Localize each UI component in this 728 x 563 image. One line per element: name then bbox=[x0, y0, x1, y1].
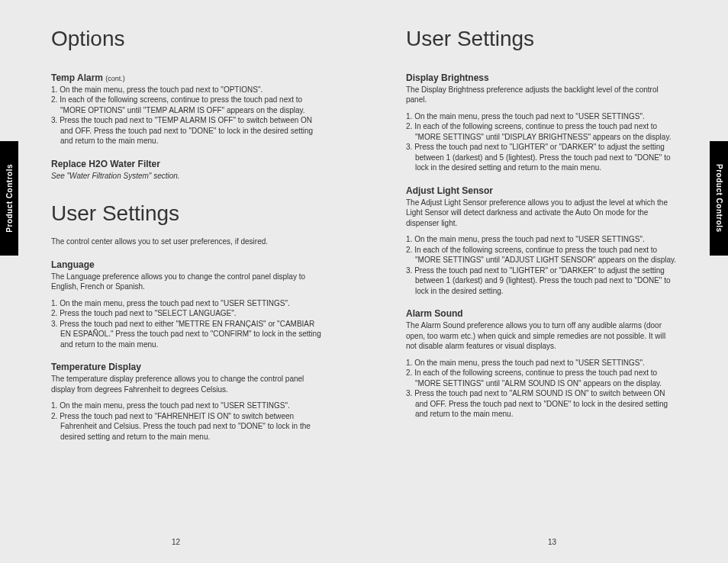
display-brightness-heading: Display Brightness bbox=[406, 72, 677, 83]
alarm-sound-steps: On the main menu, press the touch pad ne… bbox=[406, 358, 677, 420]
temp-display-heading: Temperature Display bbox=[51, 362, 322, 372]
temp-alarm-heading: Temp Alarm (cont.) bbox=[51, 72, 322, 83]
step: Press the touch pad next to either "METT… bbox=[51, 319, 322, 350]
step: On the main menu, press the touch pad ne… bbox=[51, 401, 322, 411]
step: On the main menu, press the touch pad ne… bbox=[406, 358, 677, 368]
step: On the main menu, press the touch pad ne… bbox=[51, 85, 322, 95]
replace-filter-note: See "Water Filtration System" section. bbox=[51, 171, 322, 182]
page-title: Options bbox=[51, 27, 322, 51]
page-number-right: 13 bbox=[548, 538, 556, 546]
adjust-light-sensor-heading: Adjust Light Sensor bbox=[406, 185, 677, 196]
language-heading: Language bbox=[51, 259, 322, 270]
temp-display-steps: On the main menu, press the touch pad ne… bbox=[51, 401, 322, 442]
step: Press the touch pad next to "TEMP ALARM … bbox=[51, 115, 322, 146]
step: On the main menu, press the touch pad ne… bbox=[406, 234, 677, 245]
step: Press the touch pad next to "LIGHTER" or… bbox=[406, 265, 677, 297]
page-spread: Product Controls Product Controls Option… bbox=[0, 0, 728, 563]
step: In each of the following screens, contin… bbox=[406, 121, 677, 142]
user-settings-title: User Settings bbox=[51, 202, 322, 226]
display-brightness-body: The Display Brightness preference adjust… bbox=[406, 85, 677, 105]
content-columns: Options Temp Alarm (cont.) On the main m… bbox=[0, 0, 728, 563]
display-brightness-steps: On the main menu, press the touch pad ne… bbox=[406, 111, 677, 173]
replace-filter-heading: Replace H2O Water Filter bbox=[51, 159, 322, 169]
step: In each of the following screens, contin… bbox=[406, 245, 677, 265]
step: Press the touch pad next to "FAHRENHEIT … bbox=[51, 411, 322, 442]
right-page: User Settings Display Brightness The Dis… bbox=[364, 0, 728, 563]
alarm-sound-body: The Alarm Sound preference allows you to… bbox=[406, 320, 677, 352]
language-body: The Language preference allows you to ch… bbox=[51, 272, 322, 292]
alarm-sound-heading: Alarm Sound bbox=[406, 308, 677, 319]
temp-display-body: The temperature display preference allow… bbox=[51, 374, 322, 394]
adjust-light-sensor-steps: On the main menu, press the touch pad ne… bbox=[406, 234, 677, 296]
step: On the main menu, press the touch pad ne… bbox=[51, 298, 322, 309]
step: Press the touch pad next to "ALRM SOUND … bbox=[406, 388, 677, 420]
step: On the main menu, press the touch pad ne… bbox=[406, 111, 677, 122]
step: Press the touch pad next to "SELECT LANG… bbox=[51, 308, 322, 319]
temp-alarm-steps: On the main menu, press the touch pad ne… bbox=[51, 85, 322, 146]
user-settings-intro: The control center allows you to set use… bbox=[51, 236, 322, 247]
page-title: User Settings bbox=[406, 27, 677, 51]
language-steps: On the main menu, press the touch pad ne… bbox=[51, 298, 322, 350]
step: In each of the following screens, contin… bbox=[406, 368, 677, 388]
adjust-light-sensor-body: The Adjust Light Sensor preference allow… bbox=[406, 198, 677, 229]
left-page: Options Temp Alarm (cont.) On the main m… bbox=[0, 0, 364, 563]
step: In each of the following screens, contin… bbox=[51, 95, 322, 115]
step: Press the touch pad next to "LIGHTER" or… bbox=[406, 142, 677, 173]
page-number-left: 12 bbox=[172, 538, 180, 546]
